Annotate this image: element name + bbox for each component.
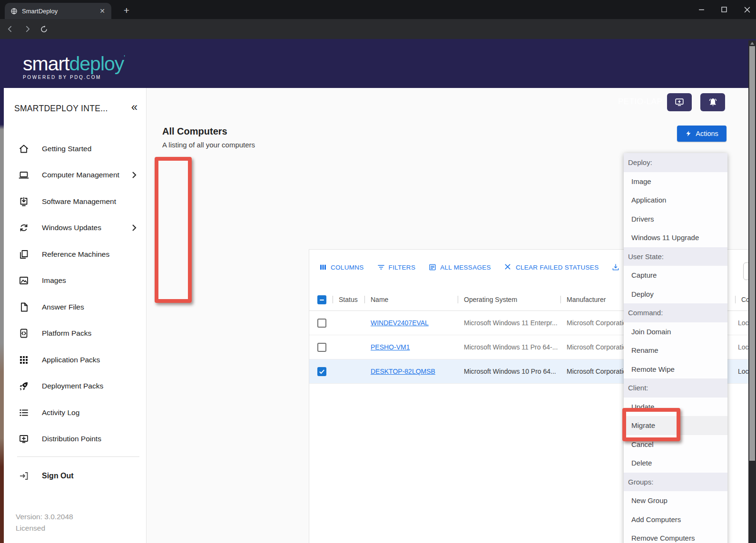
cell-operating-system: Microsoft Windows 10 Pro 64... <box>464 368 556 375</box>
row-checkbox[interactable] <box>317 343 326 352</box>
reload-icon[interactable] <box>38 23 50 35</box>
sidebar-item-label: Images <box>42 276 137 285</box>
menu-item-remote-wipe[interactable]: Remote Wipe <box>624 360 727 379</box>
window-minimize-button[interactable] <box>696 4 707 15</box>
menu-item-new-group[interactable]: New Group <box>624 491 727 510</box>
device-name: PETIO-LAP <box>618 97 662 107</box>
logo-tagline: POWERED BY PDQ.COM <box>23 75 125 80</box>
sidebar-item-label: Windows Updates <box>42 223 132 232</box>
menu-item-delete[interactable]: Delete <box>624 454 727 473</box>
image-icon <box>18 275 29 286</box>
scroll-up-arrow-icon[interactable] <box>750 42 754 45</box>
menu-section-command: Command: <box>624 303 727 322</box>
sidebar-item-label: Application Packs <box>42 356 137 364</box>
sidebar-item-label: Software Management <box>42 197 137 206</box>
column-header-operating-system[interactable]: Operating System <box>464 296 517 303</box>
menu-item-join-domain[interactable]: Join Domain <box>624 322 727 341</box>
notifications-button[interactable] <box>700 93 725 111</box>
menu-section-client: Client: <box>624 378 727 398</box>
browser-tab-strip: SmartDeploy ✕ + <box>0 0 756 19</box>
sidebar-item-answer-files[interactable]: Answer Files <box>4 294 146 320</box>
menu-item-image[interactable]: Image <box>624 172 727 191</box>
sidebar-item-windows-updates[interactable]: Windows Updates <box>4 215 146 242</box>
sign-out-button[interactable]: Sign Out <box>4 464 146 488</box>
sidebar-item-label: Deployment Packs <box>42 382 137 390</box>
menu-item-rename[interactable]: Rename <box>624 341 727 360</box>
select-all-checkbox[interactable] <box>317 295 326 304</box>
collapse-sidebar-icon[interactable]: « <box>131 100 137 114</box>
app-header: smartdeploy' POWERED BY PDQ.COM PETIO-LA… <box>0 39 756 88</box>
column-header-manufacturer[interactable]: Manufacturer <box>567 296 606 303</box>
columns-button[interactable]: COLUMNS <box>319 263 364 272</box>
add-computer-button[interactable] <box>667 93 692 111</box>
tab-close-icon[interactable]: ✕ <box>98 7 107 15</box>
new-tab-button[interactable]: + <box>120 4 133 17</box>
forward-icon[interactable] <box>21 23 33 35</box>
browser-toolbar <box>0 19 756 39</box>
menu-item-remove-computers[interactable]: Remove Computers <box>624 529 727 543</box>
chevron-right-icon <box>132 224 137 232</box>
computer-name-link[interactable]: PESHO-VM1 <box>371 343 410 351</box>
all-messages-button[interactable]: ALL MESSAGES <box>428 263 491 272</box>
export-icon <box>611 263 620 272</box>
column-header-name[interactable]: Name <box>371 296 388 303</box>
sidebar-item-label: Getting Started <box>42 145 137 153</box>
browser-tab[interactable]: SmartDeploy ✕ <box>5 3 111 19</box>
row-checkbox[interactable] <box>317 367 326 376</box>
cell-manufacturer: Microsoft Corporation <box>567 343 630 351</box>
filter-icon <box>377 263 385 272</box>
cell-manufacturer: Microsoft Corporation <box>567 368 630 375</box>
laptop-icon <box>18 169 29 181</box>
window-close-button[interactable] <box>742 4 752 15</box>
window-maximize-button[interactable] <box>719 4 729 15</box>
back-icon[interactable] <box>4 23 17 35</box>
monitor-plus-icon <box>18 433 29 445</box>
sign-out-label: Sign Out <box>42 472 132 480</box>
row-checkbox[interactable] <box>317 319 326 328</box>
computer-name-link[interactable]: DESKTOP-82LQMSB <box>371 368 435 375</box>
sidebar-item-images[interactable]: Images <box>4 268 146 294</box>
menu-item-deploy[interactable]: Deploy <box>624 285 727 304</box>
vertical-scrollbar[interactable] <box>748 40 756 543</box>
lightning-icon <box>685 130 692 137</box>
copy-icon <box>18 249 29 260</box>
clear-failed-statuses-button[interactable]: CLEAR FAILED STATUSES <box>504 263 599 272</box>
computer-name-link[interactable]: WINDEV2407EVAL <box>371 319 429 327</box>
page-subtitle: A listing of all your computers <box>162 141 255 149</box>
menu-section-deploy: Deploy: <box>624 153 727 172</box>
sidebar-item-getting-started[interactable]: Getting Started <box>4 136 146 162</box>
sidebar-divider <box>17 456 139 457</box>
tab-title: SmartDeploy <box>22 8 94 15</box>
vertical-scroll-thumb[interactable] <box>749 46 755 461</box>
menu-item-windows-11-upgrade[interactable]: Windows 11 Upgrade <box>624 228 727 247</box>
columns-icon <box>319 263 327 272</box>
sidebar-item-platform-packs[interactable]: Platform Packs <box>4 320 146 347</box>
version-text: Version: 3.0.2048 <box>16 513 73 521</box>
menu-item-drivers[interactable]: Drivers <box>624 210 727 229</box>
menu-item-capture[interactable]: Capture <box>624 266 727 285</box>
actions-button[interactable]: Actions <box>677 126 727 142</box>
filters-button[interactable]: FILTERS <box>377 263 416 272</box>
menu-section-userstate: User State: <box>624 247 727 266</box>
sidebar-item-label: Activity Log <box>42 408 137 417</box>
sidebar-item-application-packs[interactable]: Application Packs <box>4 347 146 373</box>
smartdeploy-logo: smartdeploy' POWERED BY PDQ.COM <box>23 47 125 80</box>
software-download-icon <box>18 196 29 207</box>
home-icon <box>18 143 29 155</box>
grid-icon <box>18 354 29 366</box>
menu-item-application[interactable]: Application <box>624 191 727 210</box>
sidebar-item-computer-management[interactable]: Computer Management <box>4 162 146 189</box>
sidebar-item-deployment-packs[interactable]: Deployment Packs <box>4 373 146 400</box>
platform-icon <box>18 328 29 339</box>
sidebar-item-software-management[interactable]: Software Management <box>4 188 146 215</box>
sidebar-item-distribution-points[interactable]: Distribution Points <box>4 426 146 453</box>
sidebar-item-activity-log[interactable]: Activity Log <box>4 399 146 426</box>
sign-out-icon <box>18 470 29 482</box>
sidebar-title: SMARTDEPLOY INTE... <box>14 104 125 114</box>
menu-item-add-computers[interactable]: Add Computers <box>624 510 727 529</box>
sidebar-item-reference-machines[interactable]: Reference Machines <box>4 241 146 268</box>
logo-text-deploy: deploy <box>69 53 124 75</box>
column-header-status[interactable]: Status <box>339 296 358 303</box>
page-title: All Computers <box>162 126 227 137</box>
logo-text-smart: smart <box>23 53 69 75</box>
